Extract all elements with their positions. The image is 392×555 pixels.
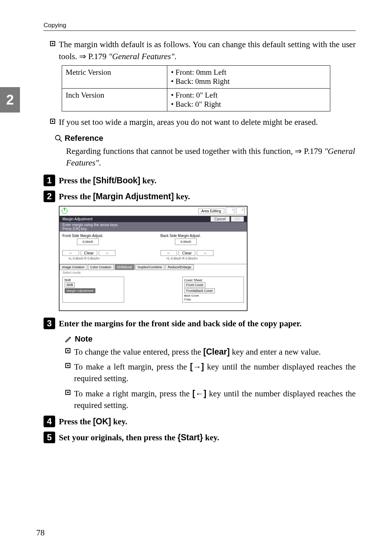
reference-heading: Reference <box>54 134 356 143</box>
ui-screenshot: Area Editing 1 0 Margin Adjustment Cance… <box>59 206 248 311</box>
margin-adjustment-button[interactable]: Margin Adjustment <box>65 288 95 293</box>
list-item: Front: 0" Left <box>171 91 326 100</box>
chapter-tab: 2 <box>0 87 20 113</box>
para2-text: If you set too wide a margin, areas you … <box>59 117 356 128</box>
clear-button[interactable]: Clear <box>81 250 97 256</box>
tab-color-creation[interactable]: Color Creation <box>88 264 114 270</box>
tab-reduce-enlarge[interactable]: Reduce/Enlarge <box>165 264 194 270</box>
power-icon[interactable] <box>62 208 68 214</box>
note-bullet-default: The margin width default is as follows. … <box>50 39 356 62</box>
arrow-icon: ⇒ <box>79 52 86 61</box>
step-4: 4 Press the [OK] key. <box>44 416 356 427</box>
step2-pre: Press the <box>59 192 93 201</box>
range-text: <L 0.8inch R 0.8inch> <box>166 257 244 260</box>
ref-dot: . <box>99 158 101 167</box>
note1-key: [→] <box>190 362 204 371</box>
cell-label: Metric Version <box>62 66 167 89</box>
step-number-icon: 4 <box>44 416 55 427</box>
list-item: Front: 0mm Left <box>171 68 326 77</box>
note2-key: [←] <box>192 389 206 398</box>
step5-key-close: } <box>200 433 203 442</box>
defaults-table: Metric Version Front: 0mm Left Back: 0mm… <box>62 65 330 111</box>
counter-badge: 1 <box>226 207 234 215</box>
cell-values: Front: 0mm Left Back: 0mm Right <box>167 66 330 89</box>
bullet-icon <box>65 348 70 353</box>
note-item: To make a right margin, press the [←] ke… <box>65 388 356 411</box>
left-arrow-button[interactable]: ← <box>160 250 177 256</box>
note-item: To make a left margin, press the [→] key… <box>65 361 356 384</box>
panel-title: Cover Sheet <box>184 278 242 282</box>
step5-key-open: { <box>177 433 181 442</box>
area-editing-button[interactable]: Area Editing <box>198 208 224 214</box>
back-margin-label: Back Side Margin Adjust. <box>160 234 244 238</box>
note-bullet-wide-margin: If you set too wide a margin, areas you … <box>50 117 356 128</box>
note2-pre: To make a right margin, press the <box>74 389 192 398</box>
tab-image-creation[interactable]: Image Creation <box>60 264 87 270</box>
note0-pre: To change the value entered, press the <box>74 347 203 356</box>
para1-b: P.179 <box>86 52 109 61</box>
panel-title: Shift <box>64 278 122 282</box>
step-5: 5 Set your originals, then press the {St… <box>44 432 356 443</box>
para1-ref: "General Features" <box>109 52 174 61</box>
right-arrow-button[interactable]: → <box>197 250 213 256</box>
note1-pre: To make a left margin, press the <box>74 362 190 371</box>
ref-a: Regarding functions that cannot be used … <box>66 147 295 156</box>
shift-button[interactable]: Shift <box>65 282 75 287</box>
left-arrow-button[interactable]: ← <box>62 250 79 256</box>
step-1: 1 Press the [Shift/Book] key. <box>44 175 356 186</box>
note-heading: Note <box>65 334 356 344</box>
step2-key: [Margin Adjustment] <box>93 192 174 201</box>
step5-key: Start <box>181 433 200 442</box>
tab-shift-book[interactable]: Shift/Book <box>115 264 135 270</box>
bullet-icon <box>65 390 70 395</box>
step1-key: [Shift/Book] <box>93 176 140 185</box>
step2-post: key. <box>174 192 190 201</box>
step-2: 2 Press the [Margin Adjustment] key. <box>44 191 356 202</box>
back-margin-value: 0.0inch <box>175 238 197 245</box>
magnifier-icon <box>54 134 62 142</box>
list-item: Back: 0mm Right <box>171 77 326 86</box>
svg-line-1 <box>60 139 62 141</box>
cancel-button[interactable]: Cancel <box>211 216 230 222</box>
running-header: Copying <box>44 22 356 31</box>
right-arrow-button[interactable]: → <box>99 250 115 256</box>
list-item: Back: 0" Right <box>171 100 326 109</box>
step-number-icon: 2 <box>44 191 55 202</box>
range-text: <L 0.8inch R 0.8inch> <box>68 257 146 260</box>
front-margin-label: Front Side Margin Adjust. <box>62 234 146 238</box>
step-3: 3 Enter the margins for the front side a… <box>44 318 356 329</box>
arrow-icon: ⇒ <box>295 146 302 156</box>
step5-pre: Set your originals, then press the <box>59 433 177 442</box>
front-cover-button[interactable]: Front Cover <box>184 282 205 287</box>
step4-post: key. <box>111 417 127 426</box>
note-label: Note <box>75 334 93 344</box>
dialog-title: Margin Adjustment <box>62 217 93 221</box>
clear-button[interactable]: Clear <box>179 250 195 256</box>
back-cover-copy-label: Back Cover Copy <box>184 294 199 301</box>
note-item: To change the value entered, press the [… <box>65 346 356 358</box>
tab-duplex-combine[interactable]: Duplex/Combine <box>135 264 165 270</box>
front-back-cover-button[interactable]: Front&Back Cover <box>184 288 215 293</box>
cell-values: Front: 0" Left Back: 0" Right <box>167 89 330 111</box>
instruction-text: Enter margin using the arrow keys. Press… <box>60 222 247 232</box>
step-number-icon: 5 <box>44 432 55 443</box>
ok-button[interactable]: OK <box>231 216 244 222</box>
bullet-icon <box>65 363 70 368</box>
note0-post: key and enter a new value. <box>230 347 321 356</box>
step-number-icon: 1 <box>44 175 55 186</box>
select-mode-text: Select mode. <box>60 270 247 275</box>
reference-label: Reference <box>65 134 103 143</box>
page-content: Copying The margin width default is as f… <box>0 0 392 461</box>
step4-key: [OK] <box>93 417 111 426</box>
step1-post: key. <box>140 176 156 185</box>
table-row: Metric Version Front: 0mm Left Back: 0mm… <box>62 66 330 89</box>
step1-pre: Press the <box>59 176 93 185</box>
svg-point-0 <box>56 135 60 140</box>
pencil-icon <box>65 335 73 343</box>
reference-body: Regarding functions that cannot be used … <box>66 145 356 169</box>
cover-sheet-panel: Cover Sheet Front Cover Front&Back Cover… <box>182 277 244 303</box>
front-margin-value: 0.0inch <box>77 238 99 245</box>
bullet-icon <box>50 41 55 46</box>
header-section: Copying <box>44 22 66 29</box>
counter-badge: 0 <box>236 207 245 215</box>
